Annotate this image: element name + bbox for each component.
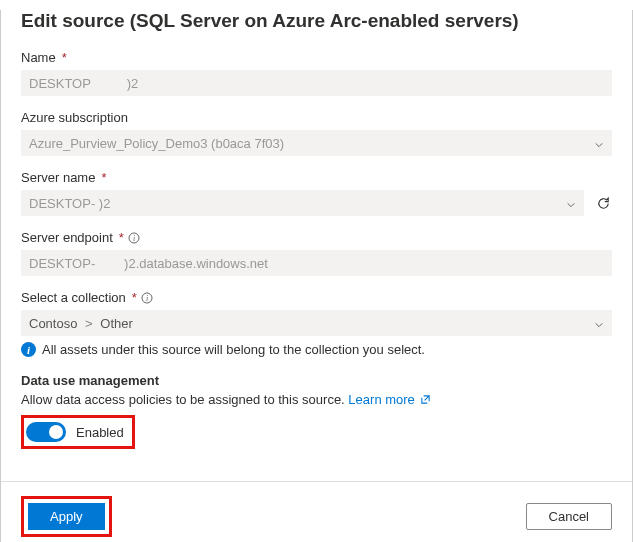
server-name-value: DESKTOP- )2	[29, 196, 110, 211]
field-subscription: Azure subscription Azure_Purview_Policy_…	[21, 110, 612, 156]
server-name-label: Server name *	[21, 170, 612, 185]
dum-toggle-row: Enabled	[21, 415, 135, 449]
footer: Apply Cancel	[1, 481, 632, 542]
apply-highlight: Apply	[21, 496, 112, 537]
server-name-label-text: Server name	[21, 170, 95, 185]
subscription-select[interactable]: Azure_Purview_Policy_Demo3 (b0aca 7f03)	[21, 130, 612, 156]
required-marker: *	[101, 170, 106, 185]
refresh-button[interactable]	[594, 194, 612, 212]
apply-button[interactable]: Apply	[28, 503, 105, 530]
dum-help: Allow data access policies to be assigne…	[21, 392, 612, 407]
field-name: Name *	[21, 50, 612, 96]
svg-text:i: i	[133, 234, 135, 243]
subscription-label: Azure subscription	[21, 110, 612, 125]
chevron-down-icon	[566, 198, 576, 208]
dum-toggle[interactable]	[26, 422, 66, 442]
info-icon: i	[21, 342, 36, 357]
name-input[interactable]	[21, 70, 612, 96]
field-server-endpoint: Server endpoint * i	[21, 230, 612, 276]
page-title: Edit source (SQL Server on Azure Arc-ena…	[21, 10, 612, 32]
server-endpoint-input[interactable]	[21, 250, 612, 276]
subscription-value: Azure_Purview_Policy_Demo3 (b0aca 7f03)	[29, 136, 284, 151]
dum-heading: Data use management	[21, 373, 612, 388]
field-collection: Select a collection * i Contoso > Other …	[21, 290, 612, 357]
server-endpoint-label: Server endpoint * i	[21, 230, 612, 245]
required-marker: *	[132, 290, 137, 305]
name-label-text: Name	[21, 50, 56, 65]
dum-help-text: Allow data access policies to be assigne…	[21, 392, 345, 407]
learn-more-text: Learn more	[348, 392, 414, 407]
subscription-label-text: Azure subscription	[21, 110, 128, 125]
name-label: Name *	[21, 50, 612, 65]
field-server-name: Server name * DESKTOP- )2	[21, 170, 612, 216]
breadcrumb-separator: >	[85, 316, 93, 331]
info-icon[interactable]: i	[141, 292, 153, 304]
learn-more-link[interactable]: Learn more	[348, 392, 431, 407]
server-endpoint-label-text: Server endpoint	[21, 230, 113, 245]
collection-select[interactable]: Contoso > Other	[21, 310, 612, 336]
chevron-down-icon	[594, 318, 604, 328]
dum-toggle-label: Enabled	[76, 425, 124, 440]
cancel-button[interactable]: Cancel	[526, 503, 612, 530]
collection-child: Other	[100, 316, 133, 331]
collection-value: Contoso > Other	[29, 316, 133, 331]
chevron-down-icon	[594, 138, 604, 148]
svg-text:i: i	[146, 294, 148, 303]
info-icon[interactable]: i	[128, 232, 140, 244]
required-marker: *	[119, 230, 124, 245]
external-link-icon	[420, 393, 431, 404]
collection-parent: Contoso	[29, 316, 77, 331]
collection-info-text: All assets under this source will belong…	[42, 342, 425, 357]
collection-label: Select a collection * i	[21, 290, 612, 305]
collection-label-text: Select a collection	[21, 290, 126, 305]
collection-info-row: i All assets under this source will belo…	[21, 342, 612, 357]
edit-source-panel: Edit source (SQL Server on Azure Arc-ena…	[0, 10, 633, 542]
server-name-select[interactable]: DESKTOP- )2	[21, 190, 584, 216]
required-marker: *	[62, 50, 67, 65]
